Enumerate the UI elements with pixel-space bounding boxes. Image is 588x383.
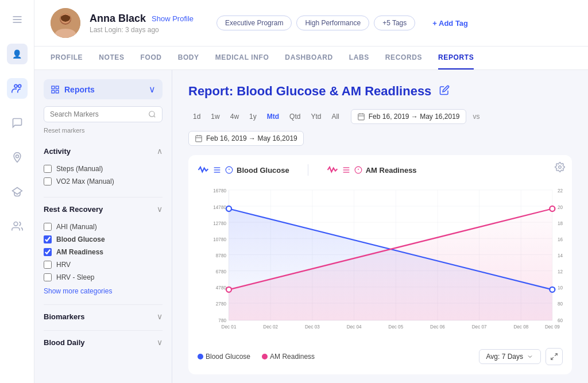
vs-label: vs [473,113,480,121]
checkbox-steps[interactable]: Steps (Manual) [44,163,163,175]
legend-am-readiness: AM Readiness [327,164,417,176]
svg-line-90 [555,354,557,356]
reports-dropdown[interactable]: Reports ∨ [44,79,163,99]
menu-icon[interactable] [7,9,28,30]
svg-text:Dec 06: Dec 06 [430,324,445,330]
svg-text:10780: 10780 [213,237,226,242]
show-profile-link[interactable]: Show Profile [152,14,194,23]
location-icon[interactable] [7,147,28,168]
tab-dashboard[interactable]: DASHBOARD [285,47,332,69]
search-markers-container [44,106,163,122]
tag-high-performance[interactable]: High Performance [296,16,369,30]
avatar [51,8,80,38]
chart-wrapper: 16780 14780 12780 10780 8780 6780 4780 2… [198,183,563,343]
search-icon [148,110,156,118]
section-rest-header[interactable]: Rest & Recovery ∨ [44,200,163,218]
section-rest-items: AHI (Manual) Blood Glucose AM Readiness … [44,218,163,300]
legend-bottom-blood-glucose-label: Blood Glucose [206,353,250,361]
user-name-text: Anna Black [90,13,146,25]
checkbox-hrv-sleep-label: HRV - Sleep [56,273,94,281]
section-activity-header[interactable]: Activity ∧ [44,142,163,160]
blood-glucose-dot [198,354,203,359]
time-btn-1d[interactable]: 1d [188,110,205,123]
date-range-2[interactable]: Feb 16, 2019 → May 16,2019 [188,131,304,146]
checkbox-vo2[interactable]: VO2 Max (Manual) [44,175,163,188]
checkbox-ahi-input[interactable] [44,223,52,231]
svg-text:220: 220 [558,188,563,194]
time-btn-1w[interactable]: 1w [206,110,224,123]
tab-reports[interactable]: REPORTS [438,47,474,69]
checkbox-am-readiness-input[interactable] [44,248,52,256]
avatar-small[interactable]: 👤 [7,44,28,64]
legend-divider [308,164,308,176]
svg-text:780: 780 [218,318,226,323]
svg-text:Dec 01: Dec 01 [222,324,237,330]
date-range-1-text: Feb 16, 2019 → May 16,2019 [369,113,460,121]
svg-text:100: 100 [558,285,563,291]
tab-food[interactable]: FOOD [141,47,162,69]
team-icon[interactable] [7,216,28,237]
tab-labs[interactable]: LABS [349,47,369,69]
svg-text:Dec 02: Dec 02 [263,324,278,330]
svg-rect-13 [52,90,55,93]
svg-text:2780: 2780 [216,302,227,307]
svg-point-87 [550,287,555,292]
checkbox-ahi-label: AHI (Manual) [56,223,97,231]
checkbox-hrv-sleep-input[interactable] [44,273,52,281]
settings-icon[interactable] [555,162,565,175]
checkbox-hrv-input[interactable] [44,261,52,269]
checkbox-vo2-input[interactable] [44,177,52,185]
svg-point-86 [226,206,231,211]
checkbox-hrv-sleep[interactable]: HRV - Sleep [44,271,163,284]
time-btn-all[interactable]: All [327,110,343,123]
svg-line-15 [154,116,156,118]
section-biomarkers-header[interactable]: Biomarkers ∨ [44,307,163,326]
add-tag-button[interactable]: + Add Tag [424,16,476,30]
info-icon-left [225,166,233,174]
time-btn-1y[interactable]: 1y [245,110,261,123]
tab-medical-info[interactable]: MEDICAL INFO [215,47,269,69]
checkbox-steps-input[interactable] [44,165,52,173]
time-btn-mtd[interactable]: Mtd [262,110,284,123]
search-markers-input[interactable] [50,110,145,118]
section-rest-title: Rest & Recovery [44,205,103,214]
tag-executive[interactable]: Executive Program [216,16,292,30]
right-panel: Report: Blood Glucose & AM Readliness 1d… [172,70,588,383]
date-range-1[interactable]: Feb 16, 2019 → May 16,2019 [351,109,466,124]
svg-rect-12 [56,90,59,93]
tab-notes[interactable]: NOTES [99,47,124,69]
graduation-icon[interactable] [7,181,28,202]
svg-point-88 [226,287,231,292]
tab-body[interactable]: BODY [178,47,199,69]
expand-button[interactable] [546,348,563,365]
section-blood-daily-chevron: ∨ [157,338,163,347]
time-btn-qtd[interactable]: Qtd [285,110,305,123]
chat-icon[interactable] [7,113,28,133]
checkbox-hrv[interactable]: HRV [44,258,163,271]
section-blood-daily-header[interactable]: Blood Daily ∨ [44,333,163,351]
tag-more[interactable]: +5 Tags [374,16,415,30]
checkbox-blood-glucose-label: Blood Glucose [56,235,105,243]
time-btn-ytd[interactable]: Ytd [306,110,326,123]
chart-bottom: Blood Glucose AM Readiness Avg: 7 Days [198,348,563,365]
time-buttons: 1d 1w 4w 1y Mtd Qtd Ytd All [188,110,344,123]
edit-icon[interactable] [439,85,450,98]
last-login: Last Login: 3 days ago [90,26,194,34]
legend-bottom-am-readiness-label: AM Readiness [270,353,315,361]
reset-markers-link[interactable]: Reset markers [44,127,163,134]
checkbox-blood-glucose[interactable]: Blood Glucose [44,233,163,246]
checkbox-blood-glucose-input[interactable] [44,235,52,243]
svg-text:Dec 03: Dec 03 [305,324,320,330]
svg-point-6 [14,222,18,226]
show-more-categories[interactable]: Show more categories [44,287,163,295]
avg-days-button[interactable]: Avg: 7 Days [479,349,541,364]
tab-profile[interactable]: PROFILE [51,47,83,69]
checkbox-am-readiness[interactable]: AM Readiness [44,246,163,258]
tab-records[interactable]: RECORDS [385,47,422,69]
group-icon[interactable] [7,78,28,99]
svg-text:4780: 4780 [216,285,227,291]
reports-dropdown-label: Reports [64,85,95,94]
section-blood-daily-title: Blood Daily [44,338,85,347]
time-btn-4w[interactable]: 4w [226,110,243,123]
checkbox-ahi[interactable]: AHI (Manual) [44,220,163,233]
